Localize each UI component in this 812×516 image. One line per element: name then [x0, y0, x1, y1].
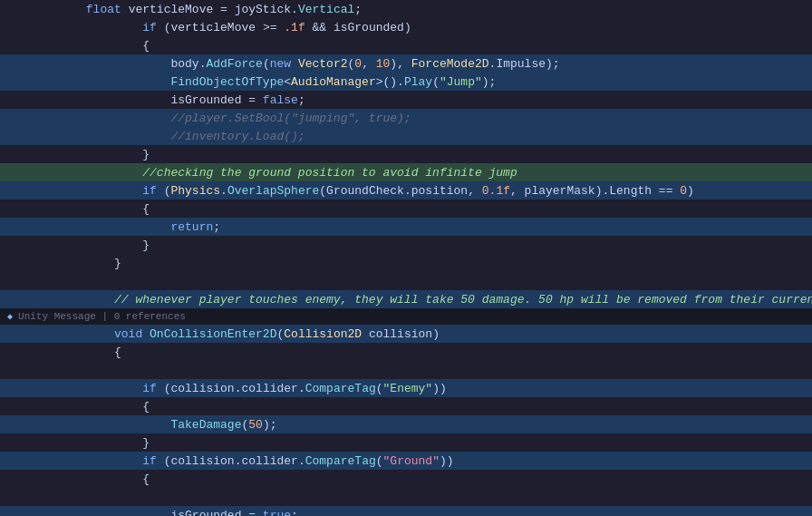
code-line: // whenever player touches enemy, they w…	[0, 290, 812, 308]
code-line: }	[0, 254, 812, 272]
code-line: {	[0, 470, 812, 488]
line-content: }	[36, 513, 812, 517]
unity-icon: ◆	[7, 311, 13, 322]
code-line: {	[0, 343, 812, 361]
code-editor: float verticleMove = joyStick.Vertical; …	[0, 0, 812, 516]
